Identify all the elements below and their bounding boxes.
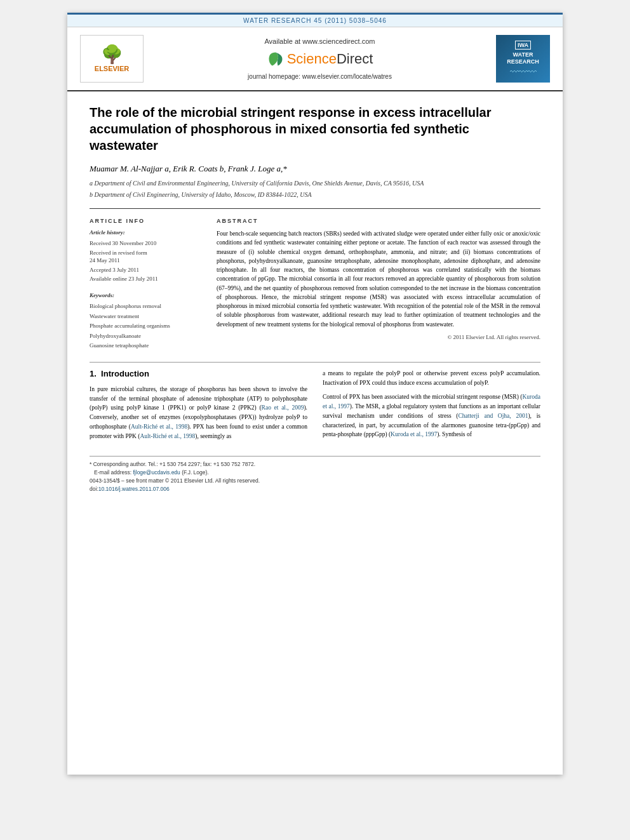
ref-kuroda-1997[interactable]: Kuroda et al., 1997: [323, 394, 540, 410]
elsevier-tree-icon: 🌳: [101, 46, 123, 63]
info-abstract-columns: ARTICLE INFO Article history: Received 3…: [90, 218, 540, 352]
keyword-1: Biological phosphorus removal: [90, 302, 204, 310]
keywords-label: Keywords:: [90, 292, 204, 298]
available-online: Available online 23 July 2011: [90, 275, 204, 283]
body-columns: 1. Introduction In pure microbial cultur…: [90, 369, 540, 446]
body-col-right: a means to regulate the polyP pool or ot…: [323, 369, 540, 446]
body-col-left: 1. Introduction In pure microbial cultur…: [90, 369, 307, 446]
iwa-badge: IWA: [515, 41, 531, 50]
intro-paragraph-1: In pure microbial cultures, the storage …: [90, 385, 307, 441]
introduction-heading: 1. Introduction: [90, 369, 307, 378]
copyright-text: © 2011 Elsevier Ltd. All rights reserved…: [217, 334, 540, 340]
section-number: 1.: [90, 369, 97, 378]
keyword-2: Wastewater treatment: [90, 312, 204, 321]
revised-date: Received in revised form24 May 2011: [90, 249, 204, 265]
article-page: WATER RESEARCH 45 (2011) 5038–5046 🌳 ELS…: [67, 13, 563, 775]
ref-kuroda-1997b[interactable]: Kuroda et al., 1997: [391, 431, 437, 437]
ref-rao-2009[interactable]: Rao et al., 2009: [262, 404, 304, 411]
section-title: Introduction: [101, 369, 149, 378]
ref-ault-1998b[interactable]: Ault-Riché et al., 1998: [140, 433, 195, 439]
accepted-date: Accepted 3 July 2011: [90, 266, 204, 274]
footnote-corresponding: * Corresponding author. Tel.: +1 530 754…: [90, 460, 540, 469]
logos-area: 🌳 ELSEVIER Available at www.sciencedirec…: [67, 27, 563, 91]
email-link[interactable]: fjloge@ucdavis.edu: [133, 469, 180, 476]
ref-chatterji-2001[interactable]: Chatterji and Ojha, 2001: [459, 413, 528, 419]
footnote-issn: 0043-1354/$ – see front matter © 2011 El…: [90, 477, 540, 485]
abstract-label: ABSTRACT: [217, 218, 540, 224]
center-publisher-info: Available at www.sciencedirect.com Scien…: [144, 37, 496, 80]
received-date: Received 30 November 2010: [90, 239, 204, 248]
keyword-3: Phosphate accumulating organisms: [90, 322, 204, 330]
keyword-4: Polyhydroxyalkanoate: [90, 332, 204, 340]
keyword-5: Guanosine tetraphosphate: [90, 342, 204, 350]
header-divider: [90, 208, 540, 209]
journal-citation: WATER RESEARCH 45 (2011) 5038–5046: [243, 17, 387, 24]
article-content: The role of the microbial stringent resp…: [67, 91, 563, 505]
abstract-column: ABSTRACT Four bench-scale sequencing bat…: [217, 218, 540, 352]
keywords-section: Keywords: Biological phosphorus removal …: [90, 292, 204, 350]
water-research-logo: IWA WATERRESEARCH 〰〰〰: [496, 35, 550, 83]
available-at-text: Available at www.sciencedirect.com: [156, 37, 483, 45]
water-research-title: WATERRESEARCH: [507, 51, 539, 65]
affiliation-a: a Department of Civil and Environmental …: [90, 179, 540, 188]
footnote-corresponding-text: * Corresponding author. Tel.: +1 530 754…: [90, 461, 255, 467]
intro-paragraph-3: Control of PPX has been associated with …: [323, 392, 540, 439]
doi-link[interactable]: 10.1016/j.watres.2011.07.006: [98, 486, 170, 492]
journal-header-bar: WATER RESEARCH 45 (2011) 5038–5046: [67, 13, 563, 27]
sciencedirect-text: ScienceDirect: [287, 51, 373, 67]
intro-paragraph-2: a means to regulate the polyP pool or ot…: [323, 369, 540, 387]
sciencedirect-leaf-icon: [267, 50, 285, 68]
article-info-column: ARTICLE INFO Article history: Received 3…: [90, 218, 204, 352]
article-title: The role of the microbial stringent resp…: [90, 104, 540, 154]
footnote-doi: doi:10.1016/j.watres.2011.07.006: [90, 485, 540, 493]
ref-ault-1998[interactable]: Ault-Riché et al., 1998: [131, 423, 187, 430]
article-info-label: ARTICLE INFO: [90, 218, 204, 224]
abstract-text: Four bench-scale sequencing batch reacto…: [217, 229, 540, 329]
elsevier-logo: 🌳 ELSEVIER: [80, 35, 144, 83]
body-divider: [90, 362, 540, 363]
history-label: Article history:: [90, 229, 204, 236]
waves-icon: 〰〰〰: [510, 67, 537, 77]
journal-homepage-text: journal homepage: www.elsevier.com/locat…: [156, 73, 483, 80]
sciencedirect-logo: ScienceDirect: [156, 50, 483, 68]
footnote-email: E-mail address: fjloge@ucdavis.edu (F.J.…: [90, 469, 540, 477]
elsevier-text: ELSEVIER: [95, 65, 129, 72]
affiliation-b: b Department of Civil Engineering, Unive…: [90, 190, 540, 199]
footnote-divider: [90, 456, 540, 457]
authors: Muamar M. Al-Najjar a, Erik R. Coats b, …: [90, 164, 540, 174]
